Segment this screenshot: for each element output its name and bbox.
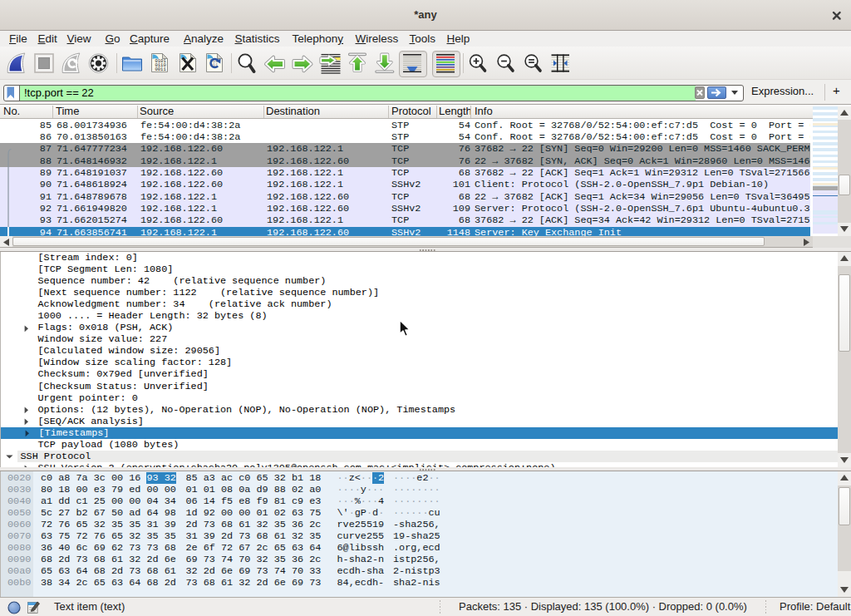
svg-text:0011: 0011 <box>155 67 167 72</box>
